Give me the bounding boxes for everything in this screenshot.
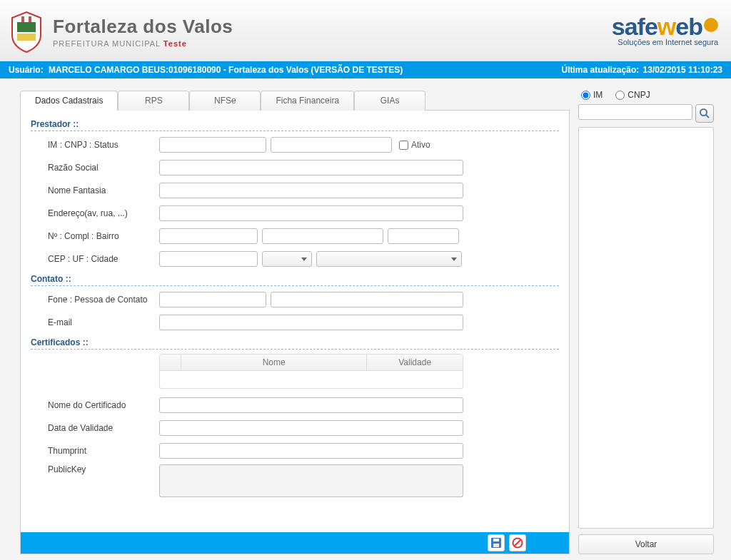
input-publickey — [159, 464, 463, 497]
label-thumbprint: Thumprint — [31, 446, 159, 456]
radio-cnpj-label[interactable]: CNPJ — [615, 90, 650, 100]
input-cnpj[interactable] — [271, 137, 392, 153]
input-thumbprint — [159, 443, 463, 459]
form-footer — [21, 532, 569, 554]
input-email[interactable] — [159, 315, 463, 330]
radio-cnpj[interactable] — [615, 91, 625, 100]
user-name: MARCELO CAMARGO BEUS:01096180090 - Forta… — [49, 65, 403, 75]
search-icon — [699, 108, 710, 119]
label-razao: Razão Social — [31, 163, 159, 173]
radio-im-label[interactable]: IM — [581, 90, 603, 100]
tab-nfse[interactable]: NFSe — [189, 91, 261, 111]
radio-im-text: IM — [593, 90, 603, 100]
label-publickey: PublicKey — [31, 464, 159, 474]
input-complemento[interactable] — [262, 228, 383, 244]
search-type-radios: IM CNPJ — [578, 90, 714, 100]
updated-label: Última atualização: — [562, 65, 640, 75]
city-subtitle: PREFEITURA MUNICIPAL Teste — [53, 39, 233, 48]
voltar-button[interactable]: Voltar — [578, 534, 714, 554]
label-num-compl-bairro: Nº : Compl : Bairro — [31, 231, 159, 241]
input-bairro[interactable] — [388, 228, 459, 244]
label-ativo: Ativo — [411, 140, 430, 150]
svg-line-8 — [515, 540, 520, 546]
label-endereco: Endereço(av, rua, ...) — [31, 208, 159, 218]
label-im-cnpj-status: IM : CNPJ : Status — [31, 140, 159, 150]
select-uf[interactable] — [262, 251, 312, 267]
results-panel — [578, 127, 714, 529]
svg-rect-2 — [21, 16, 24, 22]
label-data-validade: Data de Validade — [31, 423, 159, 433]
svg-rect-5 — [493, 539, 499, 541]
input-im[interactable] — [159, 137, 266, 153]
cert-col-validade: Validade — [367, 355, 463, 370]
input-endereco[interactable] — [159, 205, 463, 221]
brand-dot-icon — [704, 18, 718, 32]
floppy-disk-icon — [490, 537, 502, 549]
input-fone[interactable] — [159, 292, 266, 307]
input-razao-social[interactable] — [159, 160, 463, 175]
cert-col-blank — [160, 355, 181, 370]
label-fantasia: Nome Fantasia — [31, 185, 159, 195]
input-data-validade — [159, 420, 463, 436]
section-prestador: Prestador :: — [31, 119, 559, 131]
tabs: Dados Cadastrais RPS NFSe Ficha Financei… — [20, 91, 570, 111]
subtitle-badge: Teste — [163, 39, 187, 48]
tab-panel-dados: Prestador :: IM : CNPJ : Status Ativo Ra… — [20, 110, 570, 554]
svg-line-10 — [706, 115, 709, 118]
select-cidade[interactable] — [316, 251, 462, 267]
tab-dados-cadastrais[interactable]: Dados Cadastrais — [20, 91, 118, 111]
tab-rps[interactable]: RPS — [118, 91, 189, 111]
checkbox-ativo[interactable] — [399, 141, 408, 150]
cancel-icon — [512, 537, 523, 549]
input-nome-certificado — [159, 397, 463, 413]
city-title-block: Fortaleza dos Valos PREFEITURA MUNICIPAL… — [53, 16, 233, 48]
svg-rect-1 — [17, 34, 36, 41]
save-button[interactable] — [488, 534, 505, 551]
cert-col-nome: Nome — [181, 355, 367, 370]
label-fone-contato: Fone : Pessoa de Contato — [31, 295, 159, 305]
section-certificados: Certificados :: — [31, 337, 559, 350]
search-button[interactable] — [695, 104, 714, 123]
brand-tagline: Soluções em Internet segura — [612, 38, 718, 46]
search-input[interactable] — [578, 104, 692, 120]
input-nome-fantasia[interactable] — [159, 183, 463, 198]
user-bar: Usuário: MARCELO CAMARGO BEUS:0109618009… — [0, 61, 731, 78]
chevron-down-icon — [301, 258, 307, 261]
input-numero[interactable] — [159, 228, 258, 244]
cert-table-body — [160, 371, 463, 388]
input-pessoa-contato[interactable] — [271, 292, 463, 307]
city-crest-icon — [9, 11, 44, 54]
label-nome-cert: Nome do Certificado — [31, 400, 159, 410]
chevron-down-icon — [451, 258, 457, 261]
brand-logo: safeweb Soluções em Internet segura — [612, 13, 718, 46]
city-title: Fortaleza dos Valos — [53, 16, 233, 38]
subtitle-prefix: PREFEITURA MUNICIPAL — [53, 39, 161, 48]
tab-gias[interactable]: GIAs — [354, 91, 425, 111]
brand-safe: safe — [612, 13, 657, 41]
cancel-button[interactable] — [509, 534, 526, 551]
radio-im[interactable] — [581, 91, 590, 100]
brand-eb: eb — [675, 13, 702, 41]
svg-rect-0 — [17, 22, 36, 32]
section-contato: Contato :: — [31, 274, 559, 286]
tab-ficha-financeira[interactable]: Ficha Financeira — [261, 91, 354, 111]
label-cep-uf-cidade: CEP : UF : Cidade — [31, 254, 159, 264]
updated-value: 13/02/2015 11:10:23 — [643, 65, 722, 75]
radio-cnpj-text: CNPJ — [627, 90, 650, 100]
label-email: E-mail — [31, 317, 159, 327]
input-cep[interactable] — [159, 251, 258, 267]
svg-point-9 — [700, 109, 707, 116]
app-header: Fortaleza dos Valos PREFEITURA MUNICIPAL… — [0, 0, 731, 61]
svg-rect-6 — [493, 544, 499, 547]
brand-w: w — [657, 13, 675, 41]
svg-rect-3 — [29, 16, 31, 22]
user-label: Usuário: — [9, 65, 44, 75]
cert-table: Nome Validade — [159, 354, 463, 389]
